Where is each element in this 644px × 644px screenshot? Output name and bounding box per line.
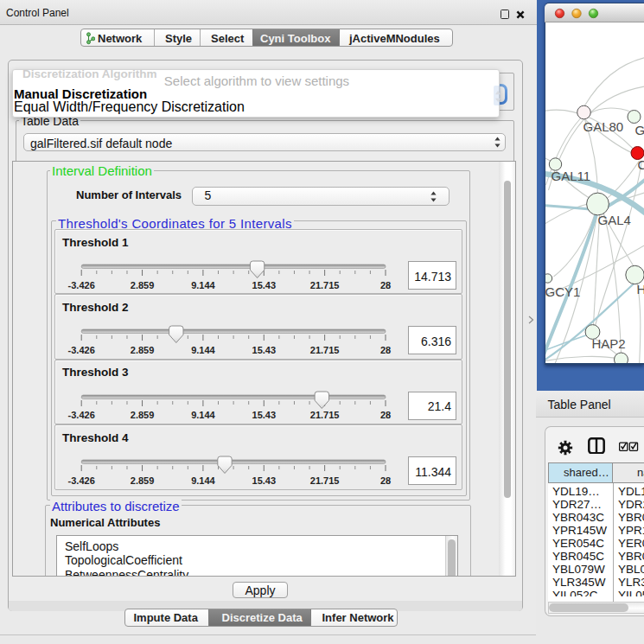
svg-text:HAP2: HAP2 (591, 336, 625, 351)
svg-text:H: H (636, 282, 644, 296)
svg-text:GAL4: GAL4 (597, 213, 630, 227)
svg-text:GAL11: GAL11 (551, 169, 590, 183)
svg-text:GAL80: GAL80 (583, 119, 623, 134)
svg-text:C: C (637, 157, 644, 172)
svg-text:GA: GA (634, 123, 644, 137)
svg-text:GCY1: GCY1 (545, 284, 580, 299)
